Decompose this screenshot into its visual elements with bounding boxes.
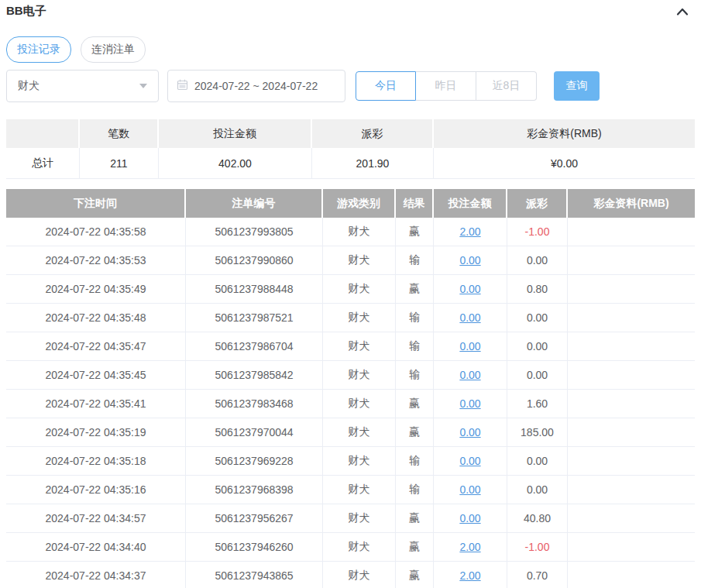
quick-last8days-button[interactable]: 近8日 — [476, 71, 537, 101]
bet-amount-cell: 0.00 — [434, 504, 507, 533]
result-cell: 输 — [396, 476, 434, 504]
table-row: 2024-07-22 04:35:16 5061237968398 财犬 输 0… — [6, 476, 695, 504]
tab-cancelled-orders[interactable]: 连消注单 — [81, 36, 146, 63]
summary-header-empty — [6, 119, 80, 148]
bet-amount-link[interactable]: 0.00 — [459, 483, 480, 496]
bet-amount-cell: 2.00 — [434, 218, 507, 246]
bet-time-cell: 2024-07-22 04:35:16 — [6, 476, 186, 504]
chevron-up-icon — [675, 9, 690, 21]
result-cell: 赢 — [396, 533, 434, 562]
game-type-cell: 财犬 — [323, 390, 396, 418]
calendar-icon — [177, 79, 188, 93]
bonus-cell — [568, 275, 695, 304]
bet-amount-link[interactable]: 0.00 — [459, 512, 480, 524]
bet-amount-link[interactable]: 2.00 — [459, 569, 480, 582]
bet-time-cell: 2024-07-22 04:34:37 — [6, 562, 186, 588]
bonus-cell — [568, 390, 695, 418]
bet-time-cell: 2024-07-22 04:35:58 — [6, 218, 186, 246]
records-header-game-type: 游戏类别 — [323, 189, 396, 218]
date-range-picker[interactable]: 2024-07-22 ~ 2024-07-22 — [167, 70, 345, 102]
quick-yesterday-button[interactable]: 昨日 — [416, 71, 476, 101]
records-tbody: 2024-07-22 04:35:58 5061237993805 财犬 赢 2… — [6, 218, 695, 588]
query-button[interactable]: 查询 — [554, 71, 600, 101]
bonus-cell — [568, 504, 695, 533]
payout-cell: 40.80 — [507, 504, 568, 533]
summary-table: 笔数 投注金额 派彩 彩金资料(RMB) 总计 211 402.00 201.9… — [6, 119, 695, 179]
records-table: 下注时间 注单编号 游戏类别 结果 投注金额 派彩 彩金资料(RMB) 2024… — [6, 189, 695, 588]
tab-bet-records[interactable]: 投注记录 — [6, 36, 71, 63]
quick-today-button[interactable]: 今日 — [356, 71, 416, 101]
table-row: 2024-07-22 04:35:49 5061237988448 财犬 赢 0… — [6, 275, 695, 304]
result-cell: 赢 — [396, 504, 434, 533]
bet-amount-link[interactable]: 0.00 — [459, 340, 480, 352]
order-no-cell: 5061237988448 — [186, 275, 323, 304]
summary-total-row: 总计 211 402.00 201.90 ¥0.00 — [6, 148, 695, 179]
result-cell: 输 — [396, 447, 434, 476]
result-cell: 输 — [396, 246, 434, 275]
table-row: 2024-07-22 04:35:58 5061237993805 财犬 赢 2… — [6, 218, 695, 246]
bet-amount-link[interactable]: 0.00 — [459, 311, 480, 324]
bet-time-cell: 2024-07-22 04:35:47 — [6, 332, 186, 361]
payout-cell: 0.00 — [507, 447, 568, 476]
tab-bar: 投注记录 连消注单 — [6, 36, 695, 63]
payout-cell: 0.80 — [507, 275, 568, 304]
records-header-row: 下注时间 注单编号 游戏类别 结果 投注金额 派彩 彩金资料(RMB) — [6, 189, 695, 218]
bet-amount-link[interactable]: 2.00 — [459, 225, 480, 238]
date-range-value: 2024-07-22 ~ 2024-07-22 — [194, 80, 318, 92]
table-row: 2024-07-22 04:35:41 5061237983468 财犬 赢 0… — [6, 390, 695, 418]
bonus-cell — [568, 332, 695, 361]
result-cell: 赢 — [396, 390, 434, 418]
order-no-cell: 5061237970044 — [186, 418, 323, 447]
bet-time-cell: 2024-07-22 04:35:19 — [6, 418, 186, 447]
summary-total-bet-amount: 402.00 — [159, 148, 312, 179]
summary-total-count: 211 — [80, 148, 159, 179]
game-type-cell: 财犬 — [323, 332, 396, 361]
panel-header: BB电子 — [6, 0, 695, 19]
order-no-cell: 5061237990860 — [186, 246, 323, 275]
game-type-cell: 财犬 — [323, 218, 396, 246]
game-type-cell: 财犬 — [323, 418, 396, 447]
bet-amount-link[interactable]: 0.00 — [459, 254, 480, 266]
collapse-button[interactable] — [675, 5, 690, 19]
game-select[interactable]: 财犬 — [6, 70, 159, 102]
payout-cell: 0.00 — [507, 361, 568, 390]
table-row: 2024-07-22 04:35:45 5061237985842 财犬 输 0… — [6, 361, 695, 390]
bonus-cell — [568, 533, 695, 562]
summary-total-payout: 201.90 — [312, 148, 434, 179]
bet-amount-link[interactable]: 2.00 — [459, 541, 480, 553]
summary-header-payout: 派彩 — [312, 119, 434, 148]
bet-time-cell: 2024-07-22 04:35:41 — [6, 390, 186, 418]
result-cell: 输 — [396, 304, 434, 332]
order-no-cell: 5061237987521 — [186, 304, 323, 332]
bet-amount-link[interactable]: 0.00 — [459, 426, 480, 438]
order-no-cell: 5061237946260 — [186, 533, 323, 562]
bonus-cell — [568, 418, 695, 447]
bet-amount-cell: 0.00 — [434, 332, 507, 361]
order-no-cell: 5061237993805 — [186, 218, 323, 246]
payout-cell: 0.00 — [507, 304, 568, 332]
bet-amount-link[interactable]: 0.00 — [459, 283, 480, 295]
bonus-cell — [568, 246, 695, 275]
bet-amount-link[interactable]: 0.00 — [459, 397, 480, 410]
records-header-bonus: 彩金资料(RMB) — [568, 189, 695, 218]
bet-amount-link[interactable]: 0.00 — [459, 455, 480, 467]
bet-amount-cell: 0.00 — [434, 275, 507, 304]
order-no-cell: 5061237985842 — [186, 361, 323, 390]
bet-time-cell: 2024-07-22 04:35:48 — [6, 304, 186, 332]
records-header-payout: 派彩 — [507, 189, 568, 218]
page-title: BB电子 — [6, 4, 46, 19]
order-no-cell: 5061237969228 — [186, 447, 323, 476]
table-row: 2024-07-22 04:34:40 5061237946260 财犬 赢 2… — [6, 533, 695, 562]
table-row: 2024-07-22 04:35:19 5061237970044 财犬 赢 0… — [6, 418, 695, 447]
table-row: 2024-07-22 04:34:57 5061237956267 财犬 赢 0… — [6, 504, 695, 533]
game-type-cell: 财犬 — [323, 361, 396, 390]
result-cell: 输 — [396, 361, 434, 390]
bet-time-cell: 2024-07-22 04:34:57 — [6, 504, 186, 533]
bet-amount-link[interactable]: 0.00 — [459, 369, 480, 381]
summary-total-label: 总计 — [6, 148, 80, 179]
order-no-cell: 5061237956267 — [186, 504, 323, 533]
order-no-cell: 5061237983468 — [186, 390, 323, 418]
filter-bar: 财犬 2024-07-22 ~ 2024-07-22 今日 昨日 近8日 查询 — [6, 70, 695, 102]
game-type-cell: 财犬 — [323, 504, 396, 533]
game-type-cell: 财犬 — [323, 562, 396, 588]
